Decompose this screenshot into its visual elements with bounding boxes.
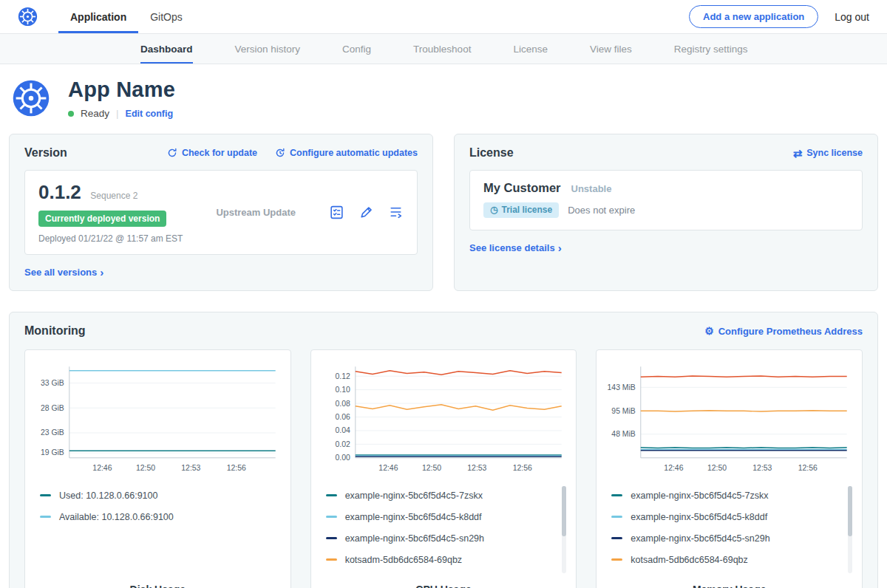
legend-scrollbar-thumb[interactable]	[848, 486, 852, 536]
memory-usage-panel: 48 MiB95 MiB143 MiB12:4612:5012:5312:56 …	[596, 349, 863, 588]
legend-item: example-nginx-5bc6f5d4c5-k8ddf	[326, 506, 559, 527]
svg-text:12:56: 12:56	[512, 464, 531, 472]
see-license-details-link[interactable]: See license details›	[469, 242, 562, 254]
app-subnav: Dashboard Version history Config Trouble…	[0, 34, 887, 64]
legend-scrollbar-thumb[interactable]	[562, 486, 566, 536]
upstream-update-label: Upstream Update	[183, 207, 329, 218]
license-channel: Unstable	[571, 183, 612, 194]
edit-config-link[interactable]: Edit config	[126, 109, 174, 119]
tab-view-files[interactable]: View files	[590, 34, 632, 64]
svg-text:0.08: 0.08	[335, 400, 350, 408]
sync-license-link[interactable]: ⇄ Sync license	[793, 148, 863, 159]
monitoring-title: Monitoring	[24, 324, 86, 338]
chart-title: CPU Usage	[319, 576, 569, 588]
chevron-right-icon: ›	[100, 266, 103, 278]
series-swatch	[611, 558, 622, 561]
svg-text:0.06: 0.06	[335, 413, 350, 421]
svg-text:12:56: 12:56	[798, 464, 818, 472]
license-card-title: License	[469, 146, 514, 160]
topnav-tabs: Application GitOps	[58, 0, 194, 33]
legend-item: example-nginx-5bc6f5d4c5-sn29h	[326, 527, 559, 549]
svg-text:28 GiB: 28 GiB	[41, 404, 64, 412]
tab-troubleshoot[interactable]: Troubleshoot	[413, 34, 471, 64]
app-logo-icon	[12, 79, 50, 117]
license-expiry: Does not expire	[568, 205, 635, 216]
configure-prometheus-link[interactable]: ⚙ Configure Prometheus Address	[704, 326, 863, 337]
cpu-usage-legend: example-nginx-5bc6f5d4c5-7zskx example-n…	[319, 483, 569, 576]
svg-text:143 MiB: 143 MiB	[608, 383, 636, 392]
topnav-tab-gitops[interactable]: GitOps	[138, 0, 194, 33]
cpu-usage-chart: 0.000.020.040.060.080.100.1212:4612:5012…	[319, 359, 569, 476]
add-new-application-button[interactable]: Add a new application	[689, 5, 818, 28]
svg-text:0.04: 0.04	[335, 426, 350, 434]
legend-scrollbar	[562, 486, 566, 573]
deploy-logs-icon[interactable]	[388, 205, 404, 220]
series-swatch	[611, 537, 622, 539]
legend-item: kotsadm-5db6dc6584-69qbz	[611, 549, 844, 570]
preflight-checks-icon[interactable]	[329, 205, 344, 220]
cpu-usage-panel: 0.000.020.040.060.080.100.1212:4612:5012…	[310, 349, 577, 588]
divider: |	[116, 108, 119, 119]
disk-usage-legend: Used: 10.128.0.66:9100 Available: 10.128…	[33, 483, 283, 576]
tab-registry-settings[interactable]: Registry settings	[674, 34, 748, 64]
version-sequence: Sequence 2	[90, 191, 137, 201]
top-navbar: Application GitOps Add a new application…	[0, 0, 887, 34]
svg-text:12:53: 12:53	[181, 464, 200, 472]
svg-text:12:56: 12:56	[227, 464, 246, 472]
series-swatch	[326, 558, 337, 561]
see-all-versions-link[interactable]: See all versions›	[24, 266, 103, 278]
svg-text:23 GiB: 23 GiB	[41, 429, 64, 437]
svg-text:0.00: 0.00	[335, 454, 350, 462]
clock-icon: ◷	[490, 205, 497, 214]
configure-automatic-updates-link[interactable]: Configure automatic updates	[275, 148, 418, 158]
svg-text:12:50: 12:50	[422, 464, 441, 472]
customer-name: My Customer	[483, 181, 561, 195]
tab-license[interactable]: License	[513, 34, 548, 64]
license-card: License ⇄ Sync license My Customer Unsta…	[454, 134, 878, 291]
page-title: App Name	[68, 78, 175, 102]
svg-text:12:46: 12:46	[92, 464, 112, 472]
svg-text:12:46: 12:46	[665, 464, 684, 472]
svg-text:0.12: 0.12	[335, 372, 350, 380]
legend-item: example-nginx-5bc6f5d4c5-k8ddf	[611, 506, 844, 527]
legend-item: example-nginx-5bc6f5d4c5-sn29h	[611, 527, 844, 549]
auto-update-icon	[275, 148, 285, 158]
legend-item: example-nginx-5bc6f5d4c5-7zskx	[611, 485, 844, 506]
svg-text:12:50: 12:50	[136, 464, 155, 472]
tab-config[interactable]: Config	[342, 34, 371, 64]
gear-icon: ⚙	[704, 326, 714, 336]
tab-dashboard[interactable]: Dashboard	[140, 34, 193, 64]
legend-item: Available: 10.128.0.66:9100	[40, 506, 273, 527]
chevron-right-icon: ›	[558, 242, 562, 254]
svg-text:12:53: 12:53	[753, 464, 772, 472]
topnav-tab-application[interactable]: Application	[58, 0, 138, 33]
config-edit-icon[interactable]	[358, 205, 374, 220]
svg-text:19 GiB: 19 GiB	[41, 448, 64, 457]
svg-text:12:53: 12:53	[467, 464, 486, 472]
legend-scrollbar	[848, 486, 852, 573]
deployed-timestamp: Deployed 01/21/22 @ 11:57 am EST	[38, 233, 183, 244]
deployed-version-badge: Currently deployed version	[38, 211, 166, 227]
legend-item: Used: 10.128.0.66:9100	[40, 485, 273, 506]
version-card-title: Version	[24, 146, 67, 160]
chart-title: Disk Usage	[33, 576, 283, 588]
status-dot	[68, 111, 74, 117]
tab-version-history[interactable]: Version history	[235, 34, 301, 64]
license-details-box: My Customer Unstable ◷ Trial license Doe…	[469, 170, 863, 230]
svg-text:0.02: 0.02	[335, 440, 350, 448]
sync-icon: ⇄	[793, 148, 803, 159]
legend-item: example-nginx-5bc6f5d4c5-7zskx	[326, 485, 559, 506]
check-for-update-link[interactable]: Check for update	[167, 148, 257, 158]
series-swatch	[326, 494, 337, 496]
chart-title: Memory Usage	[604, 576, 854, 588]
memory-usage-chart: 48 MiB95 MiB143 MiB12:4612:5012:5312:56	[604, 359, 854, 476]
current-version-box: 0.1.2 Sequence 2 Currently deployed vers…	[24, 170, 418, 255]
legend-item: kotsadm-5db6dc6584-69qbz	[326, 549, 559, 570]
refresh-icon	[167, 148, 177, 158]
disk-usage-chart: 19 GiB23 GiB28 GiB33 GiB12:4612:5012:531…	[33, 359, 283, 476]
version-number: 0.1.2	[38, 181, 81, 203]
logout-button[interactable]: Log out	[835, 11, 869, 23]
series-swatch	[40, 516, 51, 518]
app-header: App Name Ready | Edit config	[0, 64, 887, 134]
svg-text:48 MiB: 48 MiB	[612, 430, 636, 438]
